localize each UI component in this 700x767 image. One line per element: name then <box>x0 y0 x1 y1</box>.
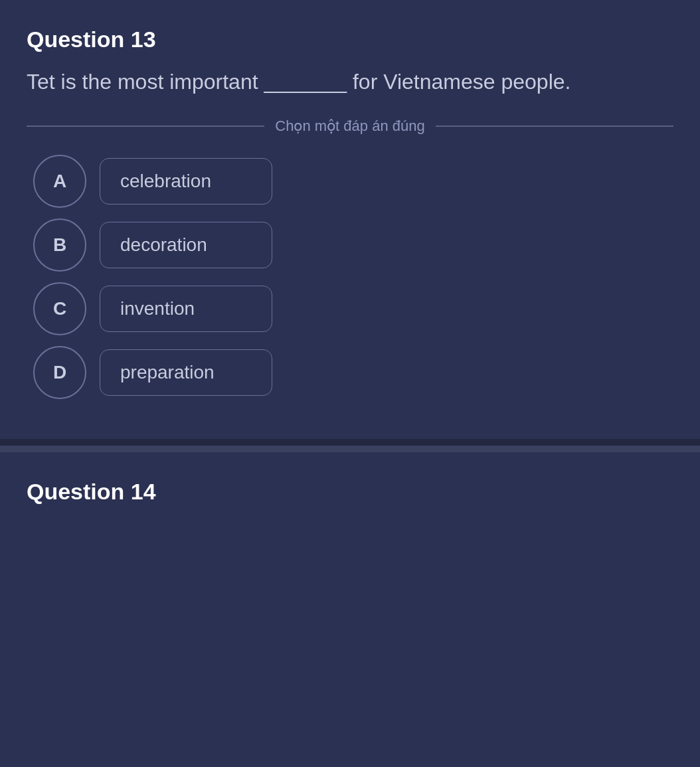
option-text-b: decoration <box>100 222 272 268</box>
option-letter-a: A <box>33 155 86 208</box>
option-letter-c: C <box>33 282 86 335</box>
option-text-d: preparation <box>100 349 272 396</box>
divider-label: Chọn một đáp án đúng <box>275 118 424 135</box>
question13-section: Question 13 Tet is the most important __… <box>0 0 700 419</box>
page-container: Question 13 Tet is the most important __… <box>0 0 700 767</box>
options-container: A celebration B decoration C <box>27 155 673 399</box>
option-row-b[interactable]: B decoration <box>33 218 667 272</box>
option-text-c: invention <box>100 286 272 332</box>
option-row-a[interactable]: A celebration <box>33 155 667 208</box>
question13-title: Question 13 <box>27 27 673 52</box>
option-row-d[interactable]: D preparation <box>33 346 667 399</box>
option-row-c[interactable]: C invention <box>33 282 667 335</box>
divider-row: Chọn một đáp án đúng <box>27 118 673 135</box>
question13-text: Tet is the most important _______ for Vi… <box>27 66 673 98</box>
question14-section: Question 14 <box>0 452 700 518</box>
separator-medium <box>0 446 700 452</box>
separator-dark <box>0 439 700 446</box>
option-text-a: celebration <box>100 158 272 205</box>
option-letter-b: B <box>33 218 86 272</box>
divider-line-left <box>27 126 264 127</box>
option-letter-d: D <box>33 346 86 399</box>
question14-title: Question 14 <box>27 479 673 505</box>
divider-line-right <box>436 126 673 127</box>
